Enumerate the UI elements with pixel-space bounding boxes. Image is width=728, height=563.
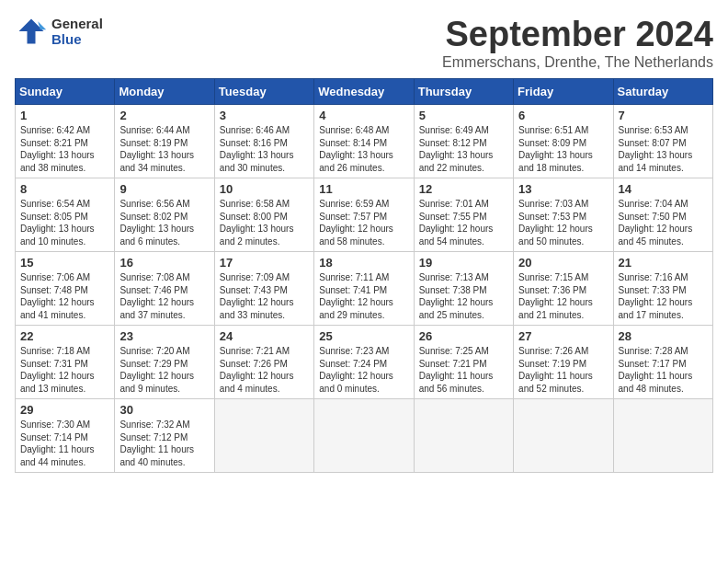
- calendar-cell: 8Sunrise: 6:54 AM Sunset: 8:05 PM Daylig…: [16, 178, 115, 252]
- calendar-cell: 13Sunrise: 7:03 AM Sunset: 7:53 PM Dayli…: [514, 178, 613, 252]
- calendar-body: 1Sunrise: 6:42 AM Sunset: 8:21 PM Daylig…: [16, 105, 713, 473]
- cell-details: Sunrise: 6:54 AM Sunset: 8:05 PM Dayligh…: [20, 198, 109, 247]
- day-number: 2: [119, 109, 209, 122]
- weekday-wednesday: Wednesday: [314, 79, 414, 105]
- title-area: September 2024 Emmerschans, Drenthe, The…: [442, 15, 713, 71]
- cell-details: Sunrise: 7:21 AM Sunset: 7:26 PM Dayligh…: [220, 345, 309, 395]
- calendar-cell: 17Sunrise: 7:09 AM Sunset: 7:43 PM Dayli…: [214, 252, 313, 326]
- week-row-1: 1Sunrise: 6:42 AM Sunset: 8:21 PM Daylig…: [16, 105, 713, 178]
- calendar-cell: 25Sunrise: 7:23 AM Sunset: 7:24 PM Dayli…: [314, 326, 414, 399]
- cell-details: Sunrise: 7:03 AM Sunset: 7:53 PM Dayligh…: [518, 198, 608, 247]
- calendar-cell: 9Sunrise: 6:56 AM Sunset: 8:02 PM Daylig…: [115, 178, 214, 252]
- logo: General Blue: [15, 15, 103, 48]
- calendar-cell: 11Sunrise: 6:59 AM Sunset: 7:57 PM Dayli…: [314, 178, 414, 252]
- cell-details: Sunrise: 7:09 AM Sunset: 7:43 PM Dayligh…: [220, 271, 309, 321]
- calendar-cell: 15Sunrise: 7:06 AM Sunset: 7:48 PM Dayli…: [16, 252, 115, 326]
- calendar-cell: [414, 399, 513, 473]
- cell-details: Sunrise: 6:53 AM Sunset: 8:07 PM Dayligh…: [619, 124, 708, 174]
- cell-details: Sunrise: 7:04 AM Sunset: 7:50 PM Dayligh…: [619, 198, 708, 247]
- day-number: 25: [319, 329, 408, 343]
- cell-details: Sunrise: 7:16 AM Sunset: 7:33 PM Dayligh…: [619, 271, 708, 321]
- cell-details: Sunrise: 7:26 AM Sunset: 7:19 PM Dayligh…: [518, 345, 608, 395]
- calendar-cell: 2Sunrise: 6:44 AM Sunset: 8:19 PM Daylig…: [115, 105, 214, 178]
- svg-marker-0: [19, 19, 44, 44]
- day-number: 13: [518, 182, 608, 196]
- cell-details: Sunrise: 7:20 AM Sunset: 7:29 PM Dayligh…: [119, 345, 209, 395]
- cell-details: Sunrise: 6:56 AM Sunset: 8:02 PM Dayligh…: [119, 198, 209, 247]
- calendar-cell: 18Sunrise: 7:11 AM Sunset: 7:41 PM Dayli…: [314, 252, 414, 326]
- day-number: 9: [119, 182, 209, 196]
- week-row-4: 22Sunrise: 7:18 AM Sunset: 7:31 PM Dayli…: [16, 326, 713, 399]
- cell-details: Sunrise: 6:48 AM Sunset: 8:14 PM Dayligh…: [319, 124, 408, 174]
- logo-text-general: General: [51, 16, 103, 31]
- calendar-cell: 1Sunrise: 6:42 AM Sunset: 8:21 PM Daylig…: [16, 105, 115, 178]
- weekday-sunday: Sunday: [16, 79, 115, 105]
- day-number: 14: [619, 182, 708, 196]
- cell-details: Sunrise: 6:49 AM Sunset: 8:12 PM Dayligh…: [419, 124, 508, 174]
- day-number: 23: [119, 329, 209, 343]
- calendar-cell: 22Sunrise: 7:18 AM Sunset: 7:31 PM Dayli…: [16, 326, 115, 399]
- calendar-cell: 23Sunrise: 7:20 AM Sunset: 7:29 PM Dayli…: [115, 326, 214, 399]
- header: General Blue September 2024 Emmerschans,…: [15, 15, 713, 71]
- cell-details: Sunrise: 7:28 AM Sunset: 7:17 PM Dayligh…: [619, 345, 708, 395]
- location-subtitle: Emmerschans, Drenthe, The Netherlands: [442, 54, 713, 71]
- day-number: 26: [419, 329, 508, 343]
- weekday-saturday: Saturday: [613, 79, 712, 105]
- day-number: 5: [419, 109, 508, 122]
- cell-details: Sunrise: 7:13 AM Sunset: 7:38 PM Dayligh…: [419, 271, 508, 321]
- calendar-cell: 6Sunrise: 6:51 AM Sunset: 8:09 PM Daylig…: [514, 105, 613, 178]
- calendar-cell: 5Sunrise: 6:49 AM Sunset: 8:12 PM Daylig…: [414, 105, 513, 178]
- calendar-cell: 24Sunrise: 7:21 AM Sunset: 7:26 PM Dayli…: [214, 326, 313, 399]
- day-number: 29: [20, 403, 109, 417]
- day-number: 8: [20, 182, 109, 196]
- calendar-cell: 19Sunrise: 7:13 AM Sunset: 7:38 PM Dayli…: [414, 252, 513, 326]
- day-number: 6: [518, 109, 608, 122]
- day-number: 28: [619, 329, 708, 343]
- calendar-cell: 27Sunrise: 7:26 AM Sunset: 7:19 PM Dayli…: [514, 326, 613, 399]
- calendar-cell: 14Sunrise: 7:04 AM Sunset: 7:50 PM Dayli…: [613, 178, 712, 252]
- week-row-5: 29Sunrise: 7:30 AM Sunset: 7:14 PM Dayli…: [16, 399, 713, 473]
- cell-details: Sunrise: 7:08 AM Sunset: 7:46 PM Dayligh…: [119, 271, 209, 321]
- logo-icon: [15, 15, 48, 48]
- cell-details: Sunrise: 6:42 AM Sunset: 8:21 PM Dayligh…: [20, 124, 109, 174]
- day-number: 7: [619, 109, 708, 122]
- calendar-cell: 16Sunrise: 7:08 AM Sunset: 7:46 PM Dayli…: [115, 252, 214, 326]
- cell-details: Sunrise: 7:11 AM Sunset: 7:41 PM Dayligh…: [319, 271, 408, 321]
- cell-details: Sunrise: 6:59 AM Sunset: 7:57 PM Dayligh…: [319, 198, 408, 247]
- weekday-friday: Friday: [514, 79, 613, 105]
- cell-details: Sunrise: 7:01 AM Sunset: 7:55 PM Dayligh…: [419, 198, 508, 247]
- day-number: 18: [319, 256, 408, 270]
- month-title: September 2024: [442, 15, 713, 54]
- day-number: 11: [319, 182, 408, 196]
- day-number: 4: [319, 109, 408, 122]
- day-number: 20: [518, 256, 608, 270]
- cell-details: Sunrise: 6:58 AM Sunset: 8:00 PM Dayligh…: [220, 198, 309, 247]
- calendar-cell: 26Sunrise: 7:25 AM Sunset: 7:21 PM Dayli…: [414, 326, 513, 399]
- calendar-cell: [613, 399, 712, 473]
- day-number: 17: [220, 256, 309, 270]
- cell-details: Sunrise: 6:51 AM Sunset: 8:09 PM Dayligh…: [518, 124, 608, 174]
- calendar-cell: 30Sunrise: 7:32 AM Sunset: 7:12 PM Dayli…: [115, 399, 214, 473]
- calendar-cell: 12Sunrise: 7:01 AM Sunset: 7:55 PM Dayli…: [414, 178, 513, 252]
- calendar-cell: [314, 399, 414, 473]
- day-number: 10: [220, 182, 309, 196]
- cell-details: Sunrise: 7:30 AM Sunset: 7:14 PM Dayligh…: [20, 419, 109, 468]
- cell-details: Sunrise: 7:23 AM Sunset: 7:24 PM Dayligh…: [319, 345, 408, 395]
- cell-details: Sunrise: 7:25 AM Sunset: 7:21 PM Dayligh…: [419, 345, 508, 395]
- cell-details: Sunrise: 6:44 AM Sunset: 8:19 PM Dayligh…: [119, 124, 209, 174]
- calendar-cell: 20Sunrise: 7:15 AM Sunset: 7:36 PM Dayli…: [514, 252, 613, 326]
- cell-details: Sunrise: 6:46 AM Sunset: 8:16 PM Dayligh…: [220, 124, 309, 174]
- calendar-table: SundayMondayTuesdayWednesdayThursdayFrid…: [15, 78, 713, 473]
- weekday-thursday: Thursday: [414, 79, 513, 105]
- calendar-cell: 10Sunrise: 6:58 AM Sunset: 8:00 PM Dayli…: [214, 178, 313, 252]
- calendar-cell: 29Sunrise: 7:30 AM Sunset: 7:14 PM Dayli…: [16, 399, 115, 473]
- calendar-cell: 28Sunrise: 7:28 AM Sunset: 7:17 PM Dayli…: [613, 326, 712, 399]
- day-number: 1: [20, 109, 109, 122]
- day-number: 21: [619, 256, 708, 270]
- weekday-monday: Monday: [115, 79, 214, 105]
- week-row-3: 15Sunrise: 7:06 AM Sunset: 7:48 PM Dayli…: [16, 252, 713, 326]
- calendar-cell: 3Sunrise: 6:46 AM Sunset: 8:16 PM Daylig…: [214, 105, 313, 178]
- calendar-cell: 21Sunrise: 7:16 AM Sunset: 7:33 PM Dayli…: [613, 252, 712, 326]
- calendar-cell: 7Sunrise: 6:53 AM Sunset: 8:07 PM Daylig…: [613, 105, 712, 178]
- day-number: 3: [220, 109, 309, 122]
